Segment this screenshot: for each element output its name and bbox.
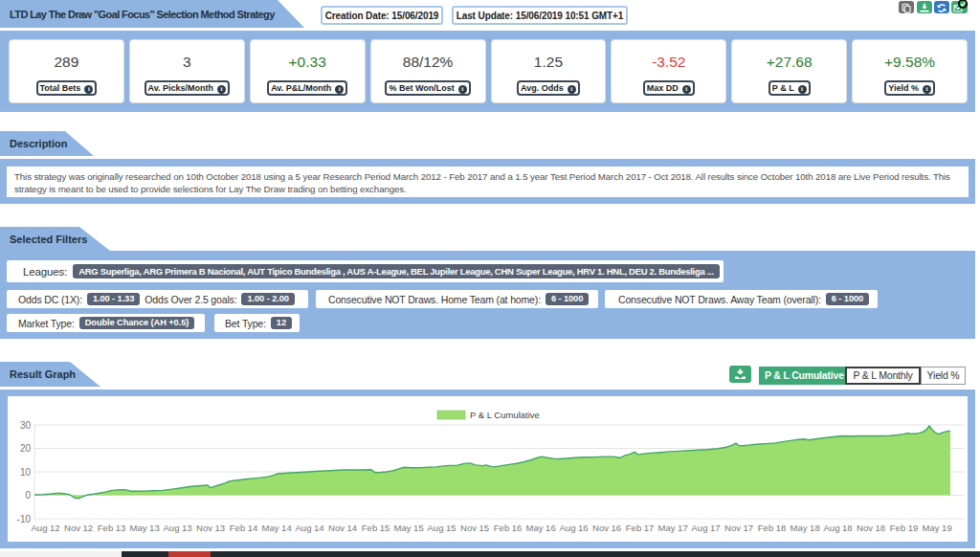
svg-text:30: 30	[20, 420, 32, 431]
svg-text:May 14: May 14	[262, 523, 292, 533]
svg-text:May 16: May 16	[526, 523, 556, 533]
svg-text:20: 20	[20, 443, 32, 454]
svg-text:May 13: May 13	[130, 523, 160, 533]
svg-text:Aug 13: Aug 13	[164, 523, 192, 533]
svg-text:P & L Cumulative: P & L Cumulative	[470, 410, 540, 420]
svg-text:Nov 14: Nov 14	[328, 523, 357, 533]
svg-text:Aug 12: Aug 12	[32, 523, 60, 533]
svg-text:Nov 17: Nov 17	[724, 523, 753, 533]
svg-text:Aug 18: Aug 18	[824, 523, 853, 533]
svg-text:Feb 18: Feb 18	[758, 523, 787, 533]
svg-text:May 19: May 19	[923, 523, 952, 533]
svg-text:Aug 14: Aug 14	[296, 523, 324, 533]
svg-text:Nov 16: Nov 16	[592, 523, 621, 533]
svg-text:Feb 19: Feb 19	[890, 523, 919, 533]
svg-text:May 18: May 18	[791, 523, 820, 533]
svg-text:Feb 13: Feb 13	[98, 523, 126, 533]
svg-text:Aug 15: Aug 15	[428, 523, 457, 533]
svg-text:Nov 12: Nov 12	[64, 523, 93, 533]
svg-text:Nov 15: Nov 15	[460, 523, 489, 533]
svg-text:May 15: May 15	[394, 523, 424, 533]
svg-text:Feb 15: Feb 15	[362, 523, 390, 533]
svg-text:Feb 16: Feb 16	[494, 523, 523, 533]
svg-text:Aug 16: Aug 16	[560, 523, 589, 533]
svg-text:10: 10	[20, 467, 32, 478]
svg-text:Nov 13: Nov 13	[196, 523, 225, 533]
svg-text:Aug 17: Aug 17	[692, 523, 721, 533]
svg-text:Feb 17: Feb 17	[626, 523, 655, 533]
svg-text:May 17: May 17	[658, 523, 688, 533]
svg-text:-10: -10	[17, 514, 32, 524]
svg-text:Feb 14: Feb 14	[230, 523, 258, 533]
svg-text:0: 0	[25, 490, 31, 501]
svg-text:Nov 18: Nov 18	[857, 523, 885, 533]
